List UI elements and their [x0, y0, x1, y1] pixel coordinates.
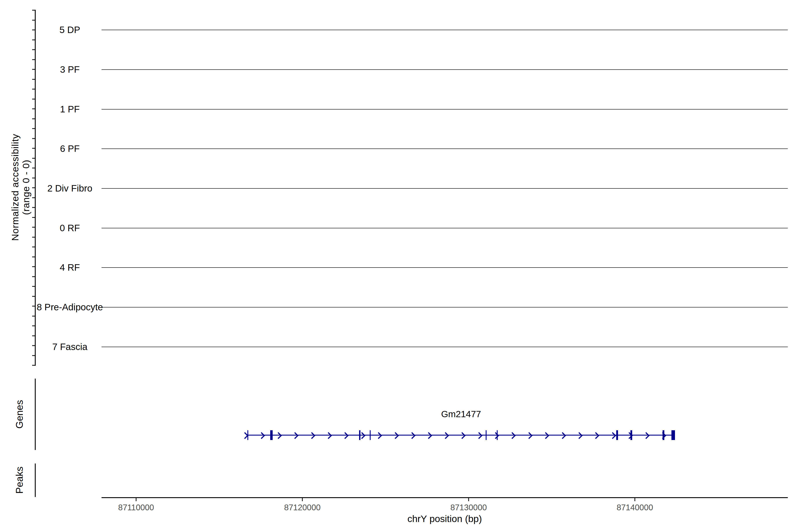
x-axis-tick	[302, 498, 303, 501]
accessibility-axis-tick	[32, 286, 35, 287]
gene-strand-arrow	[375, 432, 382, 439]
genes-bracket-line	[35, 379, 36, 450]
accessibility-axis-tick	[32, 345, 35, 346]
gene-strand-arrow	[543, 432, 549, 439]
genes-panel-label: Genes	[14, 400, 25, 429]
x-axis-tick-label: 87130000	[451, 503, 487, 512]
peaks-bracket-line	[35, 463, 36, 497]
accessibility-axis-tick	[32, 158, 35, 159]
accessibility-axis-tick	[32, 247, 35, 247]
accessibility-axis-tick	[32, 138, 35, 139]
x-axis-tick-label: 87110000	[118, 503, 154, 512]
gene-exon	[247, 430, 248, 440]
track-baseline	[101, 188, 788, 189]
accessibility-axis-tick	[32, 168, 35, 169]
accessibility-axis-tick	[32, 325, 35, 326]
gene-strand-arrow	[258, 432, 265, 439]
track-baseline	[101, 228, 788, 228]
x-axis-tick	[468, 498, 469, 501]
accessibility-axis-tick	[32, 365, 35, 366]
accessibility-axis-tick	[32, 207, 35, 208]
gene-strand-arrow	[509, 432, 516, 439]
x-axis-tick	[634, 498, 635, 501]
track-label: 2 Div Fibro	[47, 183, 92, 194]
accessibility-axis-tick	[32, 197, 35, 198]
accessibility-axis-tick	[32, 316, 35, 317]
accessibility-axis-tick	[32, 177, 35, 178]
gene-strand-arrow	[275, 432, 282, 439]
accessibility-axis-tick	[32, 237, 35, 238]
x-axis-tick-label: 87120000	[284, 503, 321, 512]
accessibility-axis-line	[35, 10, 36, 366]
track-baseline	[101, 69, 788, 70]
gene-exon	[270, 430, 273, 440]
x-axis-title: chrY position (bp)	[407, 513, 482, 524]
gene-strand-arrow	[425, 432, 432, 439]
track-label: 6 PF	[60, 144, 80, 154]
accessibility-axis-tick	[32, 99, 35, 99]
track-label: 7 Fascia	[52, 342, 88, 352]
accessibility-axis-tick	[32, 148, 35, 149]
accessibility-axis-tick	[32, 296, 35, 297]
gene-strand-arrow	[526, 432, 532, 439]
gene-strand-arrow	[643, 432, 649, 439]
gene-name-label: Gm21477	[441, 409, 481, 419]
accessibility-axis-tick	[32, 79, 35, 80]
peaks-panel-label: Peaks	[14, 467, 25, 494]
track-baseline	[101, 267, 788, 268]
x-axis-tick-label: 87140000	[617, 503, 653, 512]
gene-strand-arrow	[292, 432, 299, 439]
track-baseline	[101, 109, 788, 110]
y-axis-label-line1: Normalized accessibility	[10, 134, 21, 241]
gene-strand-arrow	[442, 432, 449, 439]
gene-exon	[370, 430, 370, 440]
gene-strand-arrow	[342, 432, 349, 439]
gene-strand-arrow	[459, 432, 466, 439]
gene-strand-arrow	[392, 432, 399, 439]
track-label: 0 RF	[60, 223, 80, 233]
accessibility-axis-tick	[32, 30, 35, 31]
track-label: 8 Pre-Adipocyte	[37, 302, 103, 312]
accessibility-axis-tick	[32, 355, 35, 356]
gene-strand-arrow	[492, 432, 499, 439]
accessibility-axis-tick	[32, 227, 35, 228]
gene-exon	[486, 430, 487, 440]
accessibility-axis-tick	[32, 49, 35, 50]
gene-strand-arrow	[609, 432, 616, 439]
track-label: 5 DP	[59, 25, 80, 35]
gene-strand-arrow	[308, 432, 315, 439]
gene-strand-arrow	[559, 432, 566, 439]
gene-strand-arrow	[576, 432, 583, 439]
accessibility-axis-tick	[32, 10, 35, 11]
accessibility-axis-tick	[32, 217, 35, 218]
accessibility-axis-tick	[32, 108, 35, 109]
x-axis-line	[101, 497, 788, 498]
track-label: 4 RF	[60, 262, 80, 273]
accessibility-axis-tick	[32, 306, 35, 307]
gene-exon	[497, 430, 498, 440]
accessibility-axis-tick	[32, 128, 35, 129]
y-axis-label-line2: (range 0 - 0)	[21, 159, 32, 215]
accessibility-axis-tick	[32, 59, 35, 60]
track-baseline	[101, 307, 788, 307]
gene-exon	[616, 430, 618, 440]
accessibility-axis-tick	[32, 118, 35, 119]
x-axis-tick	[136, 498, 136, 501]
accessibility-axis-tick	[32, 89, 35, 90]
gene-exon	[671, 430, 675, 440]
gene-strand-arrow	[592, 432, 600, 439]
gene-exon	[630, 430, 632, 440]
track-label: 3 PF	[60, 64, 80, 75]
accessibility-axis-tick	[32, 187, 35, 188]
accessibility-axis-tick	[32, 266, 35, 267]
track-baseline	[101, 347, 788, 347]
coverage-plot-figure: Normalized accessibility (range 0 - 0) 5…	[0, 0, 798, 532]
gene-strand-arrow	[408, 432, 415, 439]
accessibility-axis-tick	[32, 276, 35, 277]
track-baseline	[101, 30, 788, 30]
gene-exon	[663, 430, 664, 440]
accessibility-axis-tick	[32, 39, 35, 40]
track-label: 1 PF	[60, 104, 80, 115]
accessibility-axis-tick	[32, 256, 35, 258]
gene-exon	[359, 430, 360, 440]
